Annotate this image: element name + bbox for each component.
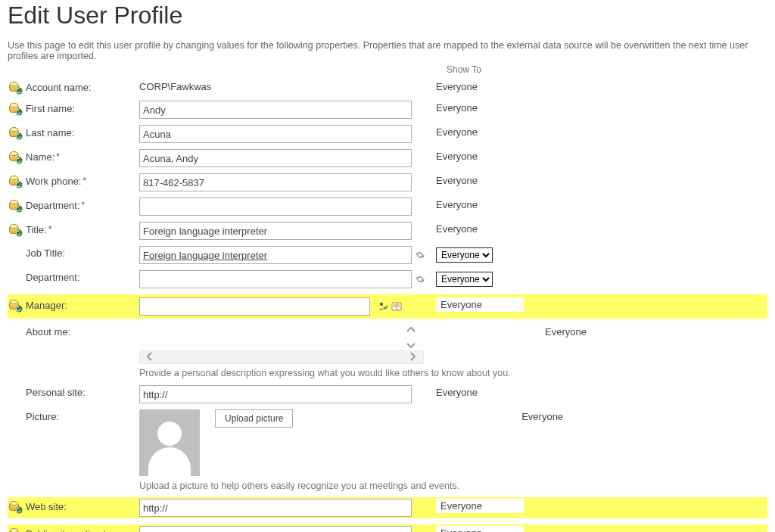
upload-picture-button[interactable]: Upload picture xyxy=(215,409,293,428)
db-sync-icon xyxy=(9,102,21,114)
select-showto-department-2[interactable]: Everyone xyxy=(436,272,493,287)
label-last-name: Last name: xyxy=(26,127,74,138)
label-work-phone: Work phone: xyxy=(26,176,81,187)
row-work-phone: Work phone: * Everyone xyxy=(8,173,767,191)
input-web-site[interactable] xyxy=(139,499,412,517)
row-name: Name: * Everyone xyxy=(8,149,767,167)
link-icon[interactable] xyxy=(415,275,427,284)
input-manager[interactable] xyxy=(139,297,370,316)
showto-title: Everyone xyxy=(436,222,519,236)
show-to-header: Show To xyxy=(447,64,767,75)
label-first-name: First name: xyxy=(26,103,75,114)
picture-description: Upload a picture to help others easily r… xyxy=(139,481,459,491)
showto-web-site: Everyone xyxy=(436,499,524,513)
showto-name: Everyone xyxy=(436,149,519,163)
row-job-title: Job Title: Everyone xyxy=(8,246,767,264)
showto-last-name: Everyone xyxy=(436,125,519,139)
label-web-site: Web site: xyxy=(26,501,67,512)
label-department-2: Department: xyxy=(26,272,80,283)
label-name: Name: xyxy=(26,151,54,163)
input-name[interactable] xyxy=(139,149,412,167)
value-account-name: CORP\Fawkwas xyxy=(139,79,211,92)
row-personal-site: Personal site: Everyone xyxy=(8,385,767,403)
showto-first-name: Everyone xyxy=(436,101,519,115)
browse-icon[interactable] xyxy=(391,302,402,311)
db-sync-icon xyxy=(9,223,21,235)
db-sync-icon xyxy=(9,126,21,138)
about-me-hscrollbar[interactable] xyxy=(139,350,424,364)
scroll-up-icon[interactable] xyxy=(406,325,416,338)
label-personal-site: Personal site: xyxy=(26,387,86,398)
label-department: Department: xyxy=(26,200,80,211)
input-job-title[interactable] xyxy=(139,246,412,264)
db-sync-icon xyxy=(9,81,21,93)
row-department: Department: * Everyone xyxy=(8,198,767,216)
db-sync-icon xyxy=(9,527,21,532)
showto-public-redirect: Everyone xyxy=(436,526,524,532)
input-department-2[interactable] xyxy=(139,270,412,288)
about-me-editor[interactable] xyxy=(139,325,404,349)
link-icon[interactable] xyxy=(415,250,427,260)
input-first-name[interactable] xyxy=(139,101,412,119)
input-department[interactable] xyxy=(139,198,412,216)
row-manager: Manager: Everyone xyxy=(8,294,767,319)
showto-picture: Everyone xyxy=(521,409,605,424)
row-about-me: About me: Provide a personal description xyxy=(8,325,767,379)
avatar-placeholder xyxy=(139,409,200,476)
input-work-phone[interactable] xyxy=(139,173,412,191)
label-account-name: Account name: xyxy=(26,82,92,93)
row-web-site: Web site: Everyone xyxy=(8,497,767,518)
db-sync-icon xyxy=(9,299,21,311)
scroll-down-icon[interactable] xyxy=(406,341,416,353)
about-me-description: Provide a personal description expressin… xyxy=(139,367,518,379)
scroll-left-icon[interactable] xyxy=(145,351,155,364)
required-star: * xyxy=(82,176,86,186)
row-picture: Picture: Upload picture Upload a picture… xyxy=(8,409,767,491)
label-picture: Picture: xyxy=(26,411,59,422)
db-sync-icon xyxy=(9,199,21,211)
showto-manager: Everyone xyxy=(436,297,524,312)
label-job-title: Job Title: xyxy=(26,247,65,259)
label-public-redirect: Public site redirect: xyxy=(26,528,109,532)
required-star: * xyxy=(56,151,60,162)
required-star: * xyxy=(82,200,86,210)
input-public-redirect[interactable] xyxy=(139,526,412,532)
select-showto-job-title[interactable]: Everyone xyxy=(436,247,493,263)
showto-personal-site: Everyone xyxy=(436,385,519,400)
showto-department: Everyone xyxy=(436,198,519,212)
input-last-name[interactable] xyxy=(139,125,412,143)
showto-account-name: Everyone xyxy=(436,79,519,94)
page-intro: Use this page to edit this user profile … xyxy=(8,40,767,61)
showto-work-phone: Everyone xyxy=(436,173,519,188)
required-star: * xyxy=(48,224,52,235)
row-account-name: Account name: CORP\Fawkwas Everyone xyxy=(8,79,767,95)
page-title: Edit User Profile xyxy=(8,2,767,30)
row-public-redirect: Public site redirect: Everyone xyxy=(8,524,767,532)
row-title: Title: * Everyone xyxy=(8,222,767,240)
db-sync-icon xyxy=(9,175,21,187)
input-personal-site[interactable] xyxy=(139,385,412,403)
db-sync-icon xyxy=(9,500,21,512)
label-manager: Manager: xyxy=(26,300,67,311)
row-department-2: Department: Everyone xyxy=(8,270,767,288)
row-last-name: Last name: Everyone xyxy=(8,125,767,143)
row-first-name: First name: Everyone xyxy=(8,101,767,119)
label-title: Title: xyxy=(26,224,47,235)
label-about-me: About me: xyxy=(26,326,70,338)
input-title[interactable] xyxy=(139,222,412,240)
showto-about-me: Everyone xyxy=(545,325,628,339)
db-sync-icon xyxy=(9,151,21,163)
check-names-icon[interactable] xyxy=(378,301,388,312)
